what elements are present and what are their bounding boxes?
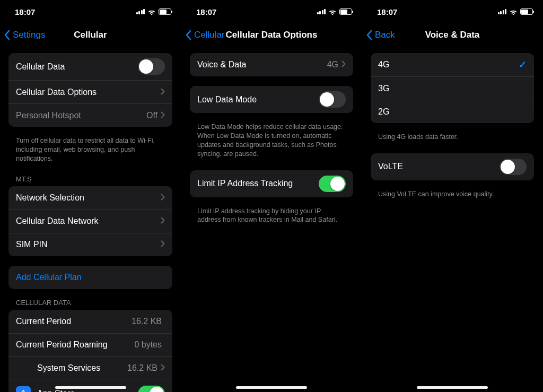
group-cellular-main: Cellular Data Cellular Data Options Pers… [8, 53, 172, 127]
battery-icon [159, 8, 171, 15]
status-bar: 18:07 [0, 0, 181, 23]
row-system-services[interactable]: System Services 16.2 KB [8, 356, 172, 380]
chevron-right-icon [341, 60, 346, 69]
row-volte[interactable]: VoLTE [371, 153, 534, 180]
toggle-app-store[interactable] [138, 386, 165, 392]
row-add-cellular-plan[interactable]: Add Cellular Plan [8, 266, 172, 289]
footer-cellular-data: Turn off cellular data to restrict all d… [16, 136, 165, 163]
chevron-right-icon [161, 240, 165, 249]
screen-voice-and-data: 18:07 Back Voice & Data 4G ✓ 3G 2G Using [362, 0, 542, 392]
home-indicator[interactable] [55, 386, 126, 389]
footer-limit-ip: Limit IP address tracking by hiding your… [197, 207, 346, 225]
status-time: 18:07 [377, 7, 397, 16]
battery-icon [520, 8, 533, 15]
chevron-right-icon [161, 363, 165, 373]
footer-volte: Using VoLTE can improve voice quality. [378, 190, 527, 199]
status-bar: 18:07 [362, 0, 542, 23]
chevron-left-icon [366, 30, 373, 40]
back-label: Back [375, 30, 395, 40]
checkmark-icon: ✓ [519, 59, 527, 71]
home-indicator[interactable] [236, 386, 307, 389]
row-option-2g[interactable]: 2G [371, 100, 534, 123]
status-right-icons [136, 8, 172, 15]
screen-cellular: 18:07 Settings Cellular Cellular Data Ce… [0, 0, 181, 392]
chevron-right-icon [161, 193, 165, 203]
group-low-data: Low Data Mode [190, 86, 353, 113]
chevron-right-icon [161, 111, 165, 120]
row-option-3g[interactable]: 3G [371, 76, 534, 100]
cellular-signal-icon [136, 9, 145, 14]
footer-speed: Using 4G loads data faster. [378, 133, 527, 142]
nav-bar: Back Voice & Data [362, 23, 542, 47]
app-store-icon: A [16, 386, 31, 392]
row-personal-hotspot[interactable]: Personal Hotspot Off [8, 103, 172, 127]
row-current-period-roaming: Current Period Roaming 0 bytes [8, 333, 172, 356]
chevron-right-icon [161, 216, 165, 226]
row-option-4g[interactable]: 4G ✓ [371, 53, 534, 76]
status-time: 18:07 [15, 7, 35, 16]
wifi-icon [328, 8, 337, 15]
toggle-volte[interactable] [500, 159, 527, 175]
group-cellular-usage: Current Period 16.2 KB Current Period Ro… [8, 310, 172, 392]
group-volte: VoLTE [371, 153, 534, 180]
cellular-signal-icon [498, 9, 507, 14]
status-bar: 18:07 [181, 0, 362, 23]
row-limit-ip-tracking[interactable]: Limit IP Address Tracking [190, 170, 353, 197]
wifi-icon [509, 8, 518, 15]
row-sim-pin[interactable]: SIM PIN [8, 233, 172, 256]
toggle-cellular-data[interactable] [138, 58, 165, 75]
cellular-signal-icon [317, 9, 326, 14]
chevron-right-icon [161, 88, 165, 97]
group-limit-ip: Limit IP Address Tracking [190, 170, 353, 197]
back-button[interactable]: Back [366, 30, 395, 40]
chevron-left-icon [186, 30, 192, 40]
screen-cellular-data-options: 18:07 Cellular Cellular Data Options Voi… [181, 0, 362, 392]
row-cellular-data-options[interactable]: Cellular Data Options [8, 80, 172, 103]
row-network-selection[interactable]: Network Selection [8, 186, 172, 210]
header-carrier: MT:S [16, 175, 165, 183]
status-time: 18:07 [196, 7, 216, 16]
status-right-icons [498, 8, 533, 15]
group-add-plan: Add Cellular Plan [8, 266, 172, 289]
group-voice-data: Voice & Data 4G [190, 53, 353, 76]
row-low-data-mode[interactable]: Low Data Mode [190, 86, 353, 113]
content: Voice & Data 4G Low Data Mode Low Data M… [181, 47, 362, 224]
row-current-period: Current Period 16.2 KB [8, 310, 172, 333]
row-cellular-data-network[interactable]: Cellular Data Network [8, 210, 172, 233]
status-right-icons [317, 8, 353, 15]
content: 4G ✓ 3G 2G Using 4G loads data faster. V… [362, 47, 542, 199]
footer-low-data: Low Data Mode helps reduce cellular data… [197, 123, 346, 159]
hotspot-value: Off [146, 111, 157, 120]
toggle-low-data-mode[interactable] [319, 91, 346, 108]
back-button[interactable]: Cellular [186, 30, 225, 40]
back-button[interactable]: Settings [4, 30, 45, 40]
nav-bar: Settings Cellular [0, 23, 181, 47]
home-indicator[interactable] [417, 386, 488, 389]
battery-icon [339, 8, 352, 15]
content: Cellular Data Cellular Data Options Pers… [0, 47, 181, 392]
header-cellular-data-usage: CELLULAR DATA [16, 299, 165, 307]
back-label: Settings [13, 30, 45, 40]
row-voice-and-data[interactable]: Voice & Data 4G [190, 53, 353, 76]
nav-bar: Cellular Cellular Data Options [181, 23, 362, 47]
group-carrier: Network Selection Cellular Data Network … [8, 186, 172, 256]
row-cellular-data[interactable]: Cellular Data [8, 53, 172, 80]
wifi-icon [147, 8, 156, 15]
back-label: Cellular [194, 30, 225, 40]
chevron-left-icon [4, 30, 11, 40]
toggle-limit-ip-tracking[interactable] [319, 176, 346, 192]
group-network-mode: 4G ✓ 3G 2G [371, 53, 534, 123]
